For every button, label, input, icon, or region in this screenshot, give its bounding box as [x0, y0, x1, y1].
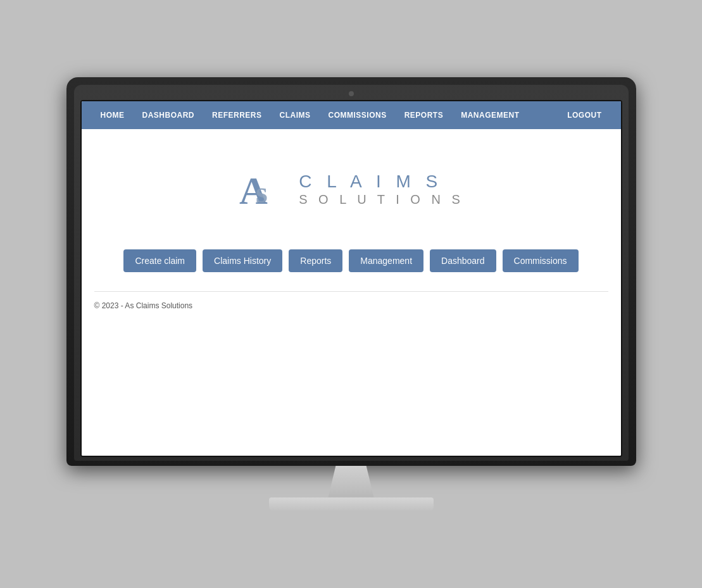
nav-dashboard[interactable]: DASHBOARD: [134, 101, 204, 129]
nav-logout[interactable]: LOGOUT: [558, 101, 610, 129]
main-content: A s C L A I M S S O L U T I O N S Creat: [82, 129, 621, 456]
logo-container: A s C L A I M S S O L U T I O N S: [238, 167, 464, 211]
claims-history-button[interactable]: Claims History: [203, 249, 282, 272]
nav-home[interactable]: HOME: [92, 101, 134, 129]
monitor-bezel: HOME DASHBOARD REFERRERS CLAIMS COMMISSI…: [74, 85, 629, 461]
footer: © 2023 - As Claims Solutions: [94, 299, 608, 311]
monitor-stand-base: [269, 497, 434, 511]
commissions-button[interactable]: Commissions: [503, 249, 579, 272]
camera-dot: [349, 91, 354, 96]
management-button[interactable]: Management: [349, 249, 423, 272]
monitor-stand-neck: [313, 466, 389, 497]
logo-solutions-text: S O L U T I O N S: [299, 192, 464, 207]
nav-commissions[interactable]: COMMISSIONS: [320, 101, 396, 129]
create-claim-button[interactable]: Create claim: [123, 249, 196, 272]
svg-text:s: s: [256, 175, 268, 209]
content-divider: [94, 291, 608, 292]
logo-claims-text: C L A I M S: [299, 171, 464, 192]
reports-button[interactable]: Reports: [289, 249, 342, 272]
monitor-outer: HOME DASHBOARD REFERRERS CLAIMS COMMISSI…: [66, 77, 636, 466]
navbar-links: HOME DASHBOARD REFERRERS CLAIMS COMMISSI…: [92, 101, 611, 129]
nav-referrers[interactable]: REFERRERS: [203, 101, 271, 129]
nav-claims[interactable]: CLAIMS: [271, 101, 320, 129]
logo-text: C L A I M S S O L U T I O N S: [299, 171, 464, 208]
logo-icon: A s: [238, 167, 289, 211]
footer-copyright: © 2023 - As Claims Solutions: [94, 301, 193, 310]
nav-reports[interactable]: REPORTS: [396, 101, 453, 129]
dashboard-button[interactable]: Dashboard: [430, 249, 496, 272]
monitor-wrapper: HOME DASHBOARD REFERRERS CLAIMS COMMISSI…: [66, 77, 636, 511]
nav-management[interactable]: MANAGEMENT: [452, 101, 528, 129]
navbar: HOME DASHBOARD REFERRERS CLAIMS COMMISSI…: [82, 101, 621, 129]
action-buttons: Create claim Claims History Reports Mana…: [123, 249, 578, 272]
monitor-screen: HOME DASHBOARD REFERRERS CLAIMS COMMISSI…: [80, 100, 622, 457]
